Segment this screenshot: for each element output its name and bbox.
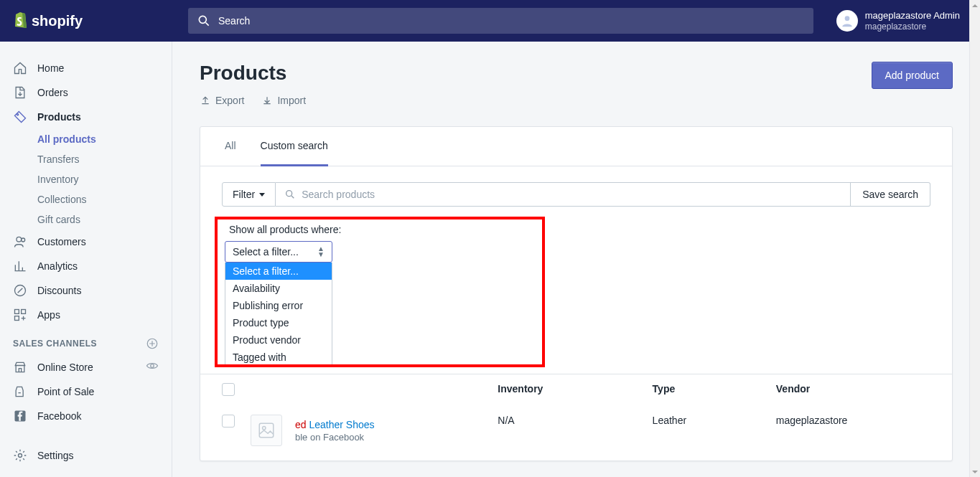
search-icon xyxy=(284,189,296,200)
filter-option-tagged-with[interactable]: Tagged with xyxy=(225,349,332,366)
channel-online-store-label: Online Store xyxy=(37,362,93,373)
tab-custom-search[interactable]: Custom search xyxy=(261,127,328,166)
scroll-track[interactable] xyxy=(970,11,980,466)
svg-line-15 xyxy=(291,196,294,198)
subnav-all-products[interactable]: All products xyxy=(37,129,172,149)
col-header-inventory: Inventory xyxy=(498,383,652,396)
svg-rect-8 xyxy=(22,310,26,314)
filter-option-product-type[interactable]: Product type xyxy=(225,314,332,331)
user-menu[interactable]: mageplazastore Admin mageplazastore xyxy=(829,10,980,32)
nav-products[interactable]: Products xyxy=(0,105,172,129)
channel-facebook[interactable]: Facebook xyxy=(0,404,172,428)
search-wrap: Search xyxy=(172,8,829,34)
filter-button[interactable]: Filter xyxy=(222,182,276,207)
export-label: Export xyxy=(215,95,244,106)
nav-discounts[interactable]: Discounts xyxy=(0,278,172,303)
popover-label: Show all products where: xyxy=(229,224,930,235)
filter-button-label: Filter xyxy=(233,189,255,200)
logo-area: shopify xyxy=(0,10,172,32)
user-name: mageplazastore Admin xyxy=(865,10,960,22)
product-name-link[interactable]: ed Leather Shoes xyxy=(295,419,375,430)
global-search[interactable]: Search xyxy=(188,8,813,34)
sales-channels-label: SALES CHANNELS xyxy=(13,339,97,349)
nav-orders[interactable]: Orders xyxy=(0,80,172,105)
filter-dropdown: Select a filter... Availability Publishi… xyxy=(225,263,332,367)
nav-analytics[interactable]: Analytics xyxy=(0,254,172,278)
channel-point-of-sale[interactable]: Point of Sale xyxy=(0,379,172,404)
row-checkbox[interactable] xyxy=(222,415,235,428)
filter-option-placeholder[interactable]: Select a filter... xyxy=(225,263,332,280)
product-search-input[interactable]: Search products xyxy=(276,182,851,207)
nav-apps[interactable]: Apps xyxy=(0,303,172,327)
select-all-checkbox[interactable] xyxy=(222,383,235,396)
tabs: All Custom search xyxy=(200,127,952,166)
discounts-icon xyxy=(13,283,27,298)
filter-row: Filter Search products Save search xyxy=(200,166,952,214)
search-placeholder: Search xyxy=(218,15,250,27)
nav-home-label: Home xyxy=(37,62,64,74)
user-store: mageplazastore xyxy=(865,22,960,32)
customers-icon xyxy=(13,235,27,249)
filter-option-publishing-error[interactable]: Publishing error xyxy=(225,297,332,314)
page-title: Products xyxy=(200,62,306,85)
subnav-transfers[interactable]: Transfers xyxy=(37,149,172,169)
nav-customers-label: Customers xyxy=(37,236,86,247)
top-bar: shopify Search mageplazastore Admin mage… xyxy=(0,0,980,42)
svg-point-13 xyxy=(19,454,22,458)
product-search-placeholder: Search products xyxy=(302,189,375,200)
svg-point-5 xyxy=(22,238,25,242)
scroll-up-icon[interactable] xyxy=(970,0,980,11)
filter-select-value: Select a filter... xyxy=(233,246,299,258)
channel-facebook-label: Facebook xyxy=(37,410,81,422)
svg-rect-7 xyxy=(15,310,19,314)
filter-option-product-vendor[interactable]: Product vendor xyxy=(225,331,332,349)
svg-point-2 xyxy=(844,16,849,21)
nav-home[interactable]: Home xyxy=(0,56,172,80)
product-subtitle: ble on Facebook xyxy=(295,432,375,443)
page-header: Products Export Import Add product xyxy=(200,62,953,106)
facebook-icon xyxy=(13,409,27,423)
brand-text: shopify xyxy=(32,13,83,29)
channel-online-store[interactable]: Online Store xyxy=(0,354,172,379)
products-sublist: All products Transfers Inventory Collect… xyxy=(0,129,172,230)
col-header-type: Type xyxy=(653,383,776,396)
nav-analytics-label: Analytics xyxy=(37,260,78,272)
pos-icon xyxy=(13,384,27,399)
subnav-inventory[interactable]: Inventory xyxy=(37,169,172,189)
add-product-button[interactable]: Add product xyxy=(872,62,953,89)
nav-customers[interactable]: Customers xyxy=(0,230,172,254)
export-button[interactable]: Export xyxy=(200,95,244,106)
browser-scrollbar[interactable] xyxy=(969,0,980,477)
subnav-collections[interactable]: Collections xyxy=(37,189,172,209)
home-icon xyxy=(13,61,27,75)
table-header: Product Inventory Type Vendor xyxy=(200,374,952,405)
view-store-icon[interactable] xyxy=(146,359,159,374)
add-channel-button[interactable] xyxy=(146,337,159,350)
shopify-logo-icon: shopify xyxy=(13,10,92,32)
scroll-down-icon[interactable] xyxy=(970,466,980,477)
svg-point-4 xyxy=(17,237,22,242)
import-button[interactable]: Import xyxy=(261,95,306,106)
filter-option-availability[interactable]: Availability xyxy=(225,280,332,297)
select-arrows-icon: ▲▼ xyxy=(317,246,325,258)
nav-orders-label: Orders xyxy=(37,87,68,98)
svg-line-1 xyxy=(206,23,209,26)
svg-point-0 xyxy=(199,16,206,23)
svg-point-3 xyxy=(17,114,19,115)
main-content: Products Export Import Add product All C… xyxy=(172,42,980,477)
save-search-button[interactable]: Save search xyxy=(851,182,930,207)
settings-icon xyxy=(13,448,27,463)
svg-rect-16 xyxy=(259,423,274,438)
filter-select[interactable]: Select a filter... ▲▼ xyxy=(225,241,332,263)
sales-channels-header: SALES CHANNELS xyxy=(0,327,172,354)
nav-settings[interactable]: Settings xyxy=(0,443,172,477)
svg-rect-9 xyxy=(15,316,19,321)
subnav-gift-cards[interactable]: Gift cards xyxy=(37,209,172,230)
apps-icon xyxy=(13,308,27,322)
sidebar: Home Orders Products All products Transf… xyxy=(0,42,172,477)
svg-point-17 xyxy=(263,427,266,430)
tab-all[interactable]: All xyxy=(225,127,236,166)
import-icon xyxy=(261,95,273,106)
products-card: All Custom search Filter Search products… xyxy=(200,126,953,461)
col-header-vendor: Vendor xyxy=(776,383,930,396)
